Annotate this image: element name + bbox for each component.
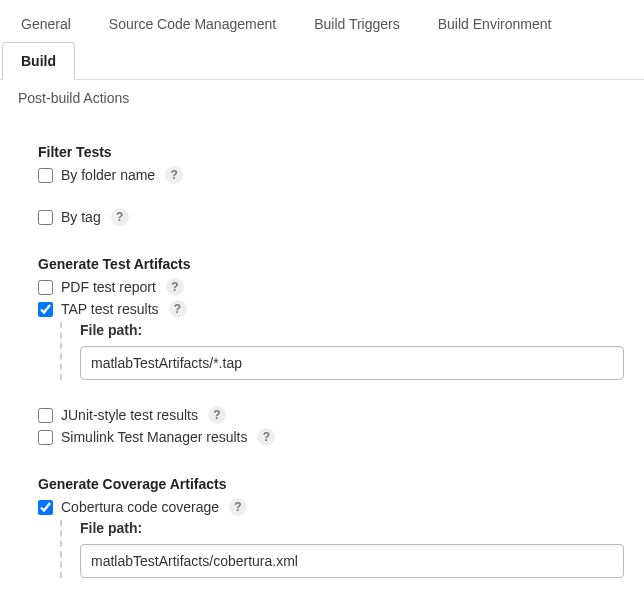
help-icon[interactable]: ? [165,166,183,184]
checkbox-by-tag[interactable] [38,210,53,225]
checkbox-by-folder-name[interactable] [38,168,53,183]
label-pdf-test-report: PDF test report [61,279,156,295]
help-icon[interactable]: ? [208,406,226,424]
generate-test-artifacts-heading: Generate Test Artifacts [38,256,624,272]
checkbox-cobertura-code-coverage[interactable] [38,500,53,515]
row-junit: JUnit-style test results ? [38,406,624,424]
tab-general[interactable]: General [2,5,90,42]
tab-post-build-actions[interactable]: Post-build Actions [0,80,644,116]
tap-file-path-input[interactable] [80,346,624,380]
filter-tests-heading: Filter Tests [38,144,624,160]
tab-build-triggers[interactable]: Build Triggers [295,5,419,42]
tab-row-2: Post-build Actions [0,80,644,116]
row-cobertura-code: Cobertura code coverage ? [38,498,624,516]
tap-file-path-label: File path: [80,322,624,338]
checkbox-simulink-results[interactable] [38,430,53,445]
checkbox-pdf-test-report[interactable] [38,280,53,295]
help-icon[interactable]: ? [169,300,187,318]
generate-coverage-artifacts-heading: Generate Coverage Artifacts [38,476,624,492]
row-simulink: Simulink Test Manager results ? [38,428,624,446]
checkbox-tap-test-results[interactable] [38,302,53,317]
label-by-folder-name: By folder name [61,167,155,183]
tap-nested-panel: File path: [60,322,624,380]
help-icon[interactable]: ? [166,278,184,296]
label-by-tag: By tag [61,209,101,225]
row-by-tag: By tag ? [38,208,624,226]
cobertura-nested-panel: File path: [60,520,624,578]
label-junit-results: JUnit-style test results [61,407,198,423]
help-icon[interactable]: ? [257,428,275,446]
help-icon[interactable]: ? [229,498,247,516]
row-by-folder: By folder name ? [38,166,624,184]
cobertura-file-path-input[interactable] [80,544,624,578]
cobertura-file-path-label: File path: [80,520,624,536]
checkbox-junit-results[interactable] [38,408,53,423]
label-tap-test-results: TAP test results [61,301,159,317]
row-pdf-report: PDF test report ? [38,278,624,296]
tab-build[interactable]: Build [2,42,75,80]
row-tap-results: TAP test results ? [38,300,624,318]
tab-build-environment[interactable]: Build Environment [419,5,571,42]
tab-scm[interactable]: Source Code Management [90,5,295,42]
tab-bar: General Source Code Management Build Tri… [0,0,644,80]
help-icon[interactable]: ? [111,208,129,226]
label-cobertura-code-coverage: Cobertura code coverage [61,499,219,515]
build-config-panel: Filter Tests By folder name ? By tag ? G… [0,116,644,590]
label-simulink-results: Simulink Test Manager results [61,429,247,445]
